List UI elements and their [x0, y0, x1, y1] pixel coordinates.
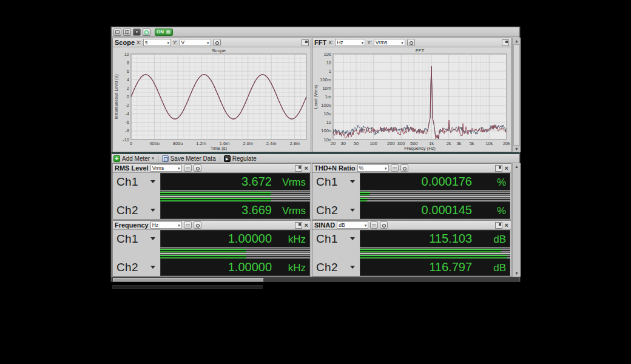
svg-text:10: 10 [124, 52, 129, 57]
close-icon[interactable]: × [504, 222, 509, 229]
fft-x-unit-dropdown[interactable]: Hz▾ [335, 39, 365, 46]
svg-text:100m: 100m [320, 77, 331, 83]
horizontal-scrollbar[interactable] [112, 277, 519, 282]
display-mode-icon[interactable] [184, 164, 192, 172]
save-meter-data-button[interactable]: Save Meter Data [162, 155, 216, 162]
meter-panel-header: RMS Level Vrms▾ × [113, 164, 311, 173]
settle-target-icon[interactable] [400, 164, 408, 172]
svg-text:10: 10 [326, 60, 331, 66]
record-icon[interactable] [133, 29, 141, 36]
channel-selector[interactable]: Ch1 [312, 173, 360, 190]
add-meter-button[interactable]: + Add Meter ▾ [113, 155, 154, 162]
close-icon[interactable]: × [304, 222, 309, 229]
settings-gear-icon[interactable] [143, 29, 150, 36]
meter-unit-dropdown[interactable]: Hz▾ [150, 221, 182, 229]
channel-column: Ch1 Ch2 [312, 173, 360, 219]
analyzer-window: ON Scope X: s▾ Y: V▾ Scope0400u800u1.2m1… [111, 27, 520, 281]
meter-title: THD+N Ratio [314, 164, 356, 172]
channel-selector[interactable]: Ch2 [312, 258, 360, 276]
chevron-down-icon: ▾ [401, 41, 403, 45]
display-mode-icon[interactable] [184, 221, 192, 229]
channel-selector[interactable]: Ch2 [113, 201, 160, 219]
window-reflection: ON Scope X: s▾ Y: V▾ Scope0400u800u1.2m1… [111, 283, 521, 364]
svg-text:Level (Vrms): Level (Vrms) [314, 85, 319, 109]
monitor-grid-icon[interactable] [123, 29, 131, 36]
fft-y-label: Y: [367, 39, 372, 46]
graphs-scrollbar[interactable]: ▲ ▼ [512, 38, 521, 152]
generator-on-toggle[interactable]: ON [155, 29, 173, 36]
scroll-up-icon[interactable]: ▲ [513, 164, 521, 169]
chevron-down-icon: ▾ [365, 223, 367, 228]
svg-text:50: 50 [354, 141, 359, 146]
cursor-target-icon[interactable] [213, 39, 221, 46]
meter-unit-dropdown[interactable]: dB▾ [337, 221, 368, 229]
fft-plot-area[interactable]: 100101100m10m1m100u10u1u100n10nFFT203050… [312, 47, 511, 152]
toolbar-separator [220, 155, 220, 162]
popout-icon[interactable] [295, 165, 302, 172]
meter-body: Ch1 Ch2 1.00000 kHz 1.00000 [113, 230, 311, 276]
popout-icon[interactable] [502, 39, 509, 46]
meters-scrollbar[interactable]: ▲ ▼ [512, 163, 521, 277]
scrollbar-thumb[interactable] [113, 278, 263, 281]
svg-text:100u: 100u [321, 103, 331, 108]
scroll-up-icon[interactable]: ▲ [513, 38, 521, 44]
scrollbar-thumb[interactable] [513, 44, 520, 146]
fft-panel-header: FFT X: Hz▾ Y: Vrms▾ [312, 38, 511, 47]
scope-x-label: X: [137, 39, 141, 46]
meter-bars [160, 190, 310, 203]
popout-icon[interactable] [302, 39, 309, 46]
scope-plot-area[interactable]: Scope0400u800u1.2m1.6m2.0m2.4m2.8m-10-8-… [113, 47, 311, 152]
scroll-down-icon[interactable]: ▼ [513, 271, 521, 276]
svg-text:2.4m: 2.4m [266, 141, 277, 146]
svg-text:-4: -4 [125, 111, 129, 116]
svg-text:FFT: FFT [416, 48, 425, 53]
meter-readout: 1.00000 kHz [160, 230, 310, 248]
split-layout-icon[interactable] [113, 29, 121, 36]
svg-text:8: 8 [127, 60, 129, 66]
svg-text:-10: -10 [123, 137, 129, 143]
channel-column: Ch1 Ch2 [113, 230, 160, 276]
chevron-down-icon [350, 237, 355, 240]
sinad-meter-panel: SINAD dB▾ × Ch1 Ch2 [312, 220, 511, 277]
channel-selector[interactable]: Ch1 [312, 230, 360, 248]
regulate-button[interactable]: ▶ Regulate [224, 155, 257, 162]
meter-bar-fill [160, 249, 246, 252]
channel-selector[interactable]: Ch1 [113, 230, 160, 248]
popout-icon[interactable] [495, 222, 502, 229]
chevron-down-icon [150, 209, 155, 212]
chevron-down-icon: ▾ [362, 41, 364, 45]
display-mode-icon[interactable] [370, 221, 378, 229]
meter-readout: 0.000176 % [360, 173, 510, 190]
settle-target-icon[interactable] [194, 164, 201, 172]
svg-text:400u: 400u [149, 141, 160, 146]
svg-text:20: 20 [331, 141, 336, 146]
svg-text:4: 4 [127, 77, 129, 83]
cursor-target-icon[interactable] [407, 39, 415, 46]
channel-selector[interactable]: Ch2 [113, 258, 160, 276]
fft-y-unit-dropdown[interactable]: Vrms▾ [374, 39, 405, 46]
meter-unit-dropdown[interactable]: Vrms▾ [150, 164, 182, 172]
settle-target-icon[interactable] [194, 221, 201, 229]
fft-panel: FFT X: Hz▾ Y: Vrms▾ 100101100m10m1m100u1… [312, 38, 511, 152]
channel-selector[interactable]: Ch2 [312, 201, 360, 219]
close-icon[interactable]: × [504, 165, 509, 172]
chevron-down-icon: ▾ [385, 166, 387, 170]
meter-readout: 3.669 Vrms [160, 201, 310, 219]
scope-x-unit-dropdown[interactable]: s▾ [143, 39, 171, 46]
svg-text:1u: 1u [326, 120, 331, 125]
svg-text:Instantaneous Level (V): Instantaneous Level (V) [114, 75, 119, 120]
scroll-down-icon[interactable]: ▼ [513, 146, 521, 152]
meter-unit-dropdown[interactable]: %▾ [357, 164, 389, 172]
svg-text:1.2m: 1.2m [196, 141, 206, 146]
settle-target-icon[interactable] [380, 221, 388, 229]
meter-body: Ch1 Ch2 0.000176 % 0.000145 [312, 173, 511, 219]
meter-body: Ch1 Ch2 115.103 dB 116.797 [312, 230, 511, 276]
channel-selector[interactable]: Ch1 [113, 173, 160, 190]
close-icon[interactable]: × [304, 165, 309, 172]
meter-readout: 115.103 dB [360, 230, 510, 248]
popout-icon[interactable] [295, 222, 302, 229]
scope-y-unit-dropdown[interactable]: V▾ [180, 39, 211, 46]
rms-level-meter-panel: RMS Level Vrms▾ × Ch1 Ch2 [112, 163, 311, 220]
popout-icon[interactable] [495, 165, 502, 172]
display-mode-icon[interactable] [391, 164, 399, 172]
